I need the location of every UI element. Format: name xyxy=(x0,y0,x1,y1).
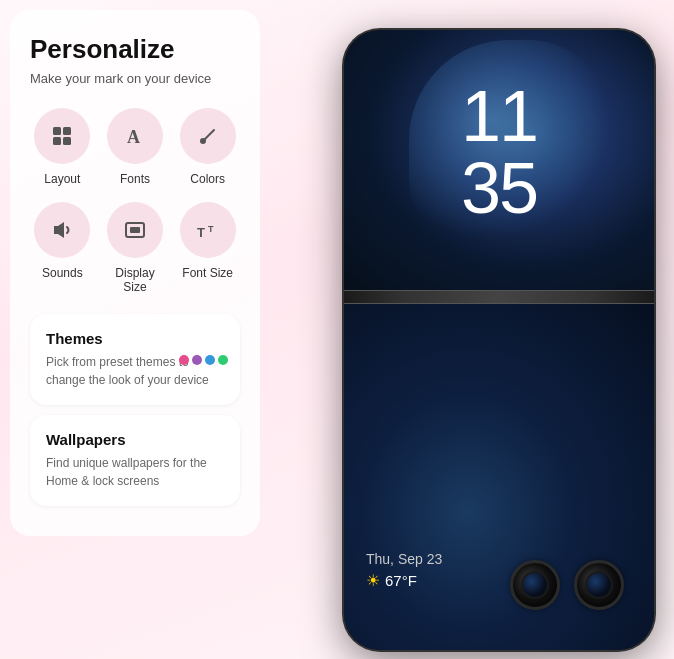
icon-item-colors: Colors xyxy=(175,108,240,186)
themes-card[interactable]: Themes Pick from preset themes to change… xyxy=(30,314,240,405)
phone-body: 11 35 Thu, Sep 23 ☀ 67°F xyxy=(344,30,654,650)
clock-hours: 11 xyxy=(461,80,537,152)
svg-text:A: A xyxy=(127,127,140,147)
svg-rect-3 xyxy=(63,137,71,145)
phone-bottom-info: Thu, Sep 23 ☀ 67°F xyxy=(366,551,442,590)
svg-marker-6 xyxy=(54,222,64,238)
lock-screen-bottom: Thu, Sep 23 ☀ 67°F xyxy=(344,304,654,650)
fonts-label: Fonts xyxy=(120,172,150,186)
colors-icon xyxy=(196,124,220,148)
svg-text:T: T xyxy=(197,225,205,240)
phone-weather: ☀ 67°F xyxy=(366,571,442,590)
svg-text:T: T xyxy=(208,224,214,234)
page-title: Personalize xyxy=(30,34,240,65)
display-size-label: Display Size xyxy=(103,266,168,294)
themes-title: Themes xyxy=(46,330,224,347)
svg-rect-1 xyxy=(63,127,71,135)
sun-icon: ☀ xyxy=(366,571,380,590)
svg-rect-0 xyxy=(53,127,61,135)
font-size-icon: T T xyxy=(196,218,220,242)
svg-rect-2 xyxy=(53,137,61,145)
layout-icon xyxy=(50,124,74,148)
sounds-label: Sounds xyxy=(42,266,83,280)
weather-temp: 67°F xyxy=(385,572,417,589)
wallpapers-card[interactable]: Wallpapers Find unique wallpapers for th… xyxy=(30,415,240,506)
svg-rect-8 xyxy=(130,227,140,233)
display-size-icon xyxy=(123,218,147,242)
font-size-button[interactable]: T T xyxy=(180,202,236,258)
font-size-label: Font Size xyxy=(182,266,233,280)
dot-green xyxy=(218,355,228,365)
left-panel: Personalize Make your mark on your devic… xyxy=(10,10,260,536)
wallpapers-desc: Find unique wallpapers for the Home & lo… xyxy=(46,454,224,490)
camera-lens-1 xyxy=(510,560,560,610)
layout-label: Layout xyxy=(44,172,80,186)
svg-point-5 xyxy=(200,138,206,144)
icon-item-sounds: Sounds xyxy=(30,202,95,294)
icon-item-layout: Layout xyxy=(30,108,95,186)
phone-bottom-screen: Thu, Sep 23 ☀ 67°F xyxy=(344,304,654,650)
lock-screen-top: 11 35 xyxy=(344,30,654,290)
sounds-button[interactable] xyxy=(34,202,90,258)
sounds-icon xyxy=(50,218,74,242)
phone-date: Thu, Sep 23 xyxy=(366,551,442,567)
camera-inner-2 xyxy=(585,571,613,599)
clock-minutes: 35 xyxy=(461,152,537,224)
colors-label: Colors xyxy=(190,172,225,186)
layout-button[interactable] xyxy=(34,108,90,164)
colors-button[interactable] xyxy=(180,108,236,164)
camera-lens-2 xyxy=(574,560,624,610)
phone-hinge xyxy=(344,290,654,304)
camera-inner-1 xyxy=(521,571,549,599)
camera-module xyxy=(510,560,624,610)
icon-grid: Layout A Fonts Colors xyxy=(30,108,240,294)
icon-item-fonts: A Fonts xyxy=(103,108,168,186)
fonts-icon: A xyxy=(123,124,147,148)
icon-item-display-size: Display Size xyxy=(103,202,168,294)
theme-dots xyxy=(179,355,228,365)
dot-blue xyxy=(205,355,215,365)
fonts-button[interactable]: A xyxy=(107,108,163,164)
dot-pink xyxy=(179,355,189,365)
icon-item-font-size: T T Font Size xyxy=(175,202,240,294)
wallpapers-title: Wallpapers xyxy=(46,431,224,448)
dot-purple xyxy=(192,355,202,365)
display-size-button[interactable] xyxy=(107,202,163,258)
phone-top-screen: 11 35 xyxy=(344,30,654,290)
phone: 11 35 Thu, Sep 23 ☀ 67°F xyxy=(344,30,654,650)
page-subtitle: Make your mark on your device xyxy=(30,71,240,86)
